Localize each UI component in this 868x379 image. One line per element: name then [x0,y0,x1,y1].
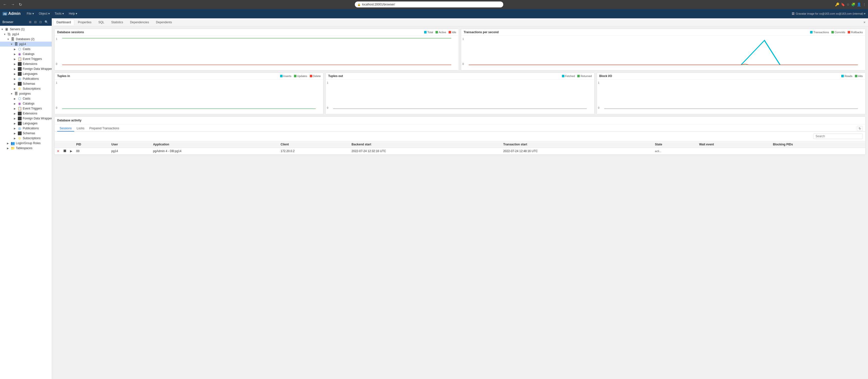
block-io-y-top: 1 [598,82,599,84]
tab-dependents[interactable]: Dependents [153,19,175,25]
tree-item-extensions-1[interactable]: ▶ ⬛ Extensions [0,61,52,66]
sidebar: Browser ⊞ ⊟ ⊡ 🔍 ▼ 🖥 Servers (1) ▼ 🐘 pg14 [0,18,52,379]
activity-tabs: Sessions Locks Prepared Transactions ↻ [55,124,865,132]
tree-item-tablespaces[interactable]: ▶ 📁 Tablespaces [0,146,52,151]
tree-item-fdw-2[interactable]: ▶ ⬛ Foreign Data Wrappers [0,116,52,121]
sidebar-search-btn[interactable]: 🔍 [43,20,49,24]
forward-button[interactable]: → [10,1,16,8]
reload-button[interactable]: ↻ [18,1,23,8]
activity-tab-prepared-tx[interactable]: Prepared Transactions [87,125,122,132]
tree-item-schemas-1[interactable]: ▶ ⬛ Schemas [0,81,52,86]
more-icon[interactable]: ⋮ [863,2,866,6]
db-sessions-legend: Total Active Idle [424,31,456,34]
tree-item-languages-1[interactable]: ▶ ⬛ Languages [0,71,52,76]
tab-properties[interactable]: Properties [75,19,95,25]
col-pid: PID [74,141,110,148]
legend-idle-dot [448,31,451,33]
publications-1-icon: ◎ [17,77,22,81]
tree-item-postgres-db[interactable]: ▼ 🗄 postgres [0,91,52,96]
star-icon[interactable]: ☆ [846,2,850,6]
legend-inserts-label: Inserts [283,75,291,78]
activity-tab-locks[interactable]: Locks [74,125,87,132]
user-info[interactable]: 🖼 Gravatar image for xx@163.com xx@163.c… [792,12,866,16]
databases-label: Databases (2) [16,37,34,41]
tuples-in-legend: Inserts Updates Delete [280,75,321,78]
subscriptions-2-icon: ⚙ [17,136,22,140]
activity-tab-sessions[interactable]: Sessions [57,125,74,132]
row-play-btn[interactable]: ▶ [68,148,74,154]
col-blocking-pids: Blocking PIDs [771,141,865,148]
tree-item-casts-2[interactable]: ▶ ⬡ Casts [0,96,52,101]
main-layout: Browser ⊞ ⊟ ⊡ 🔍 ▼ 🖥 Servers (1) ▼ 🐘 pg14 [0,18,868,379]
bookmark-icon[interactable]: 🔖 [841,2,845,6]
sidebar-tool-refresh[interactable]: ⊡ [38,20,43,24]
profile-icon[interactable]: 👤 [857,2,861,6]
key-icon[interactable]: 🔑 [835,2,839,6]
table-header-row: PID User Application Client Backend star… [55,141,865,148]
postgres-db-label: postgres [19,92,31,95]
tab-dashboard[interactable]: Dashboard [53,19,74,25]
transactions-svg [469,38,858,65]
extension-icon[interactable]: 🧩 [851,2,856,6]
tree-item-pg14-server[interactable]: ▼ 🐘 pg14 [0,32,52,37]
tree-item-subscriptions-1[interactable]: ▶ ⚙ Subscriptions [0,86,52,91]
tree-item-servers[interactable]: ▼ 🖥 Servers (1) [0,27,52,32]
menu-tools[interactable]: Tools ▾ [52,9,66,18]
tree-item-login-roles[interactable]: ▶ 👥 Login/Group Roles [0,141,52,146]
transactions-chart: 1 0 [461,36,865,70]
tree-item-fdw-1[interactable]: ▶ ⬛ Foreign Data Wrappers [0,66,52,71]
activity-table: PID User Application Client Backend star… [55,141,865,154]
schemas-2-icon: ⬛ [17,131,22,135]
tree-item-event-triggers-1[interactable]: ▶ 📋 Event Triggers [0,56,52,61]
legend-commits-dot [831,31,834,33]
tuples-in-title: Tuples in [57,74,70,78]
menu-help[interactable]: Help ▾ [66,9,80,18]
tree-item-databases[interactable]: ▼ 🗄 Databases (2) [0,37,52,41]
tuples-in-y-bottom: 0 [56,107,57,109]
tab-statistics[interactable]: Statistics [108,19,126,25]
tree-item-languages-2[interactable]: ▶ ⬛ Languages [0,121,52,126]
tuples-in-header: Tuples in Inserts Updates [55,73,323,80]
col-transaction-start: Transaction start [501,141,653,148]
col-stop [62,141,68,148]
address-bar[interactable]: 🔒 localhost:20001/browser/ [355,1,503,7]
sidebar-tool-list[interactable]: ⊟ [33,20,38,24]
legend-inserts-dot [280,75,283,77]
publications-2-label: Publications [23,126,39,130]
tree-item-catalogs-2[interactable]: ▶ ◉ Catalogs [0,101,52,106]
tree-item-publications-1[interactable]: ▶ ◎ Publications [0,76,52,81]
toggle-languages-1: ▶ [14,72,17,75]
legend-active-label: Active [439,31,446,34]
sidebar-tool-grid[interactable]: ⊞ [28,20,32,24]
tab-sql[interactable]: SQL [95,19,107,25]
search-input[interactable] [813,134,863,139]
tree-item-pg14-db[interactable]: ▼ 🗄 pg14 [0,41,52,47]
transactions-panel: Transactions per second Transactions Com… [461,29,866,70]
toggle-pg14-server: ▼ [3,33,7,36]
tree-item-catalogs-1[interactable]: ▶ ◉ Catalogs [0,52,52,56]
transactions-legend: Transactions Commits Rollbacks [810,31,863,34]
cell-user: pg14 [110,148,151,154]
tab-dependencies[interactable]: Dependencies [127,19,152,25]
row-cancel-btn[interactable]: ✕ [55,148,62,154]
row-stop-btn[interactable] [62,148,68,154]
tuples-in-chart: 1 0 [55,80,323,114]
legend-trans-label: Transactions [813,31,829,34]
legend-commits-label: Commits [835,31,845,34]
pg14-db-icon: 🗄 [14,42,18,46]
legend-rollbacks-label: Rollbacks [851,31,863,34]
content-close-btn[interactable]: × [862,20,867,25]
toggle-schemas-1: ▶ [14,83,17,85]
tree-item-casts-1[interactable]: ▶ ⬡ Casts [0,47,52,52]
tree-item-subscriptions-2[interactable]: ▶ ⚙ Subscriptions [0,136,52,141]
tree-item-event-triggers-2[interactable]: ▶ 📋 Event Triggers [0,106,52,111]
tree-item-schemas-2[interactable]: ▶ ⬛ Schemas [0,131,52,136]
postgres-db-icon: 🗄 [14,92,18,96]
tree-item-extensions-2[interactable]: ▶ ⬛ Extensions [0,111,52,116]
extensions-1-label: Extensions [23,62,37,66]
activity-refresh-btn[interactable]: ↻ [857,126,863,131]
tree-item-publications-2[interactable]: ▶ ◎ Publications [0,126,52,131]
menu-object[interactable]: Object ▾ [36,9,52,18]
back-button[interactable]: ← [2,1,8,8]
menu-file[interactable]: File ▾ [24,9,36,18]
